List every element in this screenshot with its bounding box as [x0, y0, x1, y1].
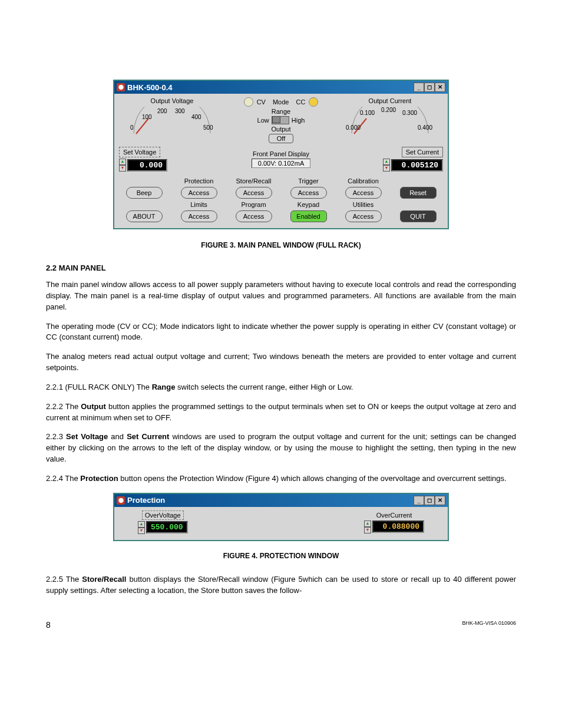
voltage-gauge: 0 100 200 300 400 500 — [128, 107, 216, 136]
range-high-label: High — [292, 117, 305, 124]
ov-step-down-icon[interactable]: ▼ — [138, 528, 145, 534]
voltage-step-down-icon[interactable]: ▼ — [119, 165, 126, 172]
paragraph-225: 2.2.5 The Store/Recall button displays t… — [46, 574, 516, 597]
paragraph-222: 2.2.2 The Output button applies the prog… — [46, 401, 516, 424]
main-panel-window: ⬤ BHK-500-0.4 _ ◻ ✕ Output Voltage — [113, 80, 449, 229]
program-access-button[interactable]: Access — [236, 210, 272, 222]
page-number: 8 — [46, 620, 51, 630]
window-title: BHK-500-0.4 — [127, 83, 173, 92]
store-recall-access-button[interactable]: Access — [236, 187, 272, 199]
utilities-label: Utilities — [353, 201, 373, 208]
set-current-button[interactable]: Set Current — [402, 147, 443, 157]
maximize-button[interactable]: ◻ — [424, 83, 435, 92]
limits-access-button[interactable]: Access — [181, 210, 217, 222]
output-current-label: Output Current — [369, 97, 412, 104]
paragraph-intro2: The operating mode (CV or CC); Mode indi… — [46, 321, 516, 344]
range-low-label: Low — [257, 117, 269, 124]
range-label: Range — [272, 108, 290, 115]
range-switch[interactable] — [272, 116, 289, 124]
minimize-button[interactable]: _ — [414, 83, 424, 92]
oc-step-up-icon[interactable]: ▲ — [364, 521, 371, 527]
minimize-button[interactable]: _ — [414, 496, 424, 505]
quit-button[interactable]: QUIT — [400, 210, 437, 222]
overcurrent-stepper[interactable]: ▲ ▼ — [364, 521, 371, 533]
cv-led — [244, 97, 253, 107]
oc-step-down-icon[interactable]: ▼ — [364, 527, 371, 533]
protection-titlebar: ⬤ Protection _ ◻ ✕ — [114, 494, 448, 507]
keypad-enabled-button[interactable]: Enabled — [290, 210, 327, 222]
protection-label: Protection — [184, 177, 214, 185]
store-recall-label: Store/Recall — [236, 177, 272, 185]
fpd-label: Front Panel Display — [253, 150, 309, 157]
reset-button[interactable]: Reset — [400, 187, 437, 199]
program-label: Program — [241, 201, 266, 208]
paragraph-223: 2.2.3 Set Voltage and Set Current window… — [46, 431, 516, 465]
keypad-label: Keypad — [297, 201, 319, 208]
overcurrent-value[interactable]: 0.088000 — [372, 521, 424, 533]
current-step-down-icon[interactable]: ▼ — [383, 165, 390, 172]
protection-access-button[interactable]: Access — [181, 187, 217, 199]
voltage-step-up-icon[interactable]: ▲ — [119, 159, 126, 165]
overvoltage-value[interactable]: 550.000 — [146, 521, 188, 533]
current-gauge: 0.000 0.100 0.200 0.300 0.400 — [346, 107, 434, 136]
maximize-button[interactable]: ◻ — [424, 496, 435, 505]
calibration-label: Calibration — [348, 177, 379, 185]
current-stepper[interactable]: ▲ ▼ — [383, 159, 390, 172]
beep-button[interactable]: Beep — [126, 187, 163, 199]
set-voltage-button[interactable]: Set Voltage — [119, 147, 160, 157]
cc-led — [309, 97, 318, 107]
document-id: BHK-MG-VISA 010906 — [462, 620, 516, 630]
limits-label: Limits — [190, 201, 207, 208]
app-icon: ⬤ — [117, 83, 125, 91]
app-icon: ⬤ — [117, 496, 125, 505]
set-current-value[interactable]: 0.005120 — [391, 159, 443, 172]
section-2-2-heading: 2.2 MAIN PANEL — [46, 263, 516, 272]
output-label: Output — [271, 126, 290, 133]
overvoltage-label: OverVoltage — [142, 510, 184, 520]
fpd-value: 0.00V: 0.102mA — [252, 159, 310, 168]
paragraph-intro3: The analog meters read actual output vol… — [46, 351, 516, 374]
paragraph-221: 2.2.1 (FULL RACK ONLY) The Range switch … — [46, 382, 516, 393]
protection-window: ⬤ Protection _ ◻ ✕ OverVoltage ▲ ▼ 550.0… — [113, 493, 449, 541]
titlebar: ⬤ BHK-500-0.4 _ ◻ ✕ — [114, 81, 448, 94]
output-toggle[interactable]: Off — [269, 134, 293, 143]
about-button[interactable]: ABOUT — [126, 210, 163, 222]
trigger-label: Trigger — [298, 177, 318, 185]
voltage-stepper[interactable]: ▲ ▼ — [119, 159, 126, 172]
paragraph-224: 2.2.4 The Protection button opens the Pr… — [46, 473, 516, 485]
close-button[interactable]: ✕ — [435, 83, 445, 92]
close-button[interactable]: ✕ — [435, 496, 445, 505]
set-voltage-value[interactable]: 0.000 — [127, 159, 167, 172]
trigger-access-button[interactable]: Access — [290, 187, 327, 199]
current-step-up-icon[interactable]: ▲ — [383, 159, 390, 165]
ov-step-up-icon[interactable]: ▲ — [138, 521, 145, 528]
mode-label: Mode — [273, 98, 289, 106]
paragraph-intro1: The main panel window allows access to a… — [46, 279, 516, 313]
utilities-access-button[interactable]: Access — [345, 210, 382, 222]
calibration-access-button[interactable]: Access — [345, 187, 382, 199]
cc-label: CC — [296, 98, 305, 106]
overvoltage-stepper[interactable]: ▲ ▼ — [138, 521, 145, 534]
figure3-caption: FIGURE 3. MAIN PANEL WINDOW (FULL RACK) — [46, 241, 516, 249]
output-voltage-label: Output Voltage — [151, 97, 194, 104]
figure4-caption: FIGURE 4. PROTECTION WINDOW — [46, 552, 516, 560]
protection-title: Protection — [127, 496, 165, 505]
cv-label: CV — [257, 98, 266, 106]
overcurrent-label: OverCurrent — [374, 511, 415, 519]
